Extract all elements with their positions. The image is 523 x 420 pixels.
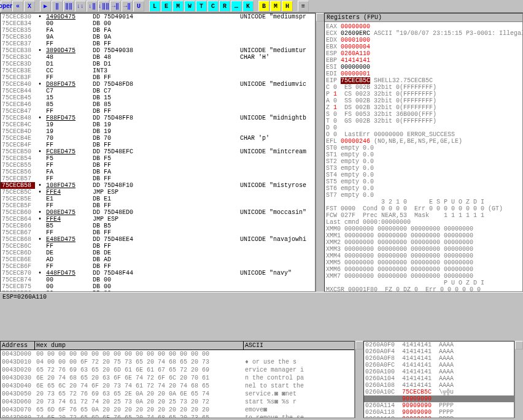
register-line: XMM4 00000000 00000000 00000000 00000000	[326, 253, 521, 259]
toolbar-button-19[interactable]: C	[207, 1, 219, 12]
cpu-row[interactable]: 75CECB74 00DB 00	[1, 277, 315, 283]
cpu-row[interactable]: 75CECB55 FFDB FF	[1, 162, 315, 169]
register-line: ST5 empty 0.0	[326, 178, 521, 185]
toolbar-button-5[interactable]: ‖	[52, 1, 63, 12]
toolbar-button-16[interactable]: M	[172, 1, 184, 12]
dump-row[interactable]: 0043D05020 73 65 72 76 69 63 65 2E 0A 20…	[1, 390, 354, 398]
cpu-row[interactable]: 75CECB3E CCINT3	[1, 67, 315, 74]
dump-row[interactable]: 0043D06020 73 74 61 72 74 20 25 73 0A 20…	[1, 398, 354, 406]
memory-dump-panel[interactable]: Address Hex dump ASCII 0043D00000 00 00 …	[0, 341, 355, 418]
cpu-row[interactable]: 75CECB6C FFDB FF	[1, 243, 315, 250]
stack-row[interactable]: 0260A0F0 41414141 AAAA	[364, 342, 514, 348]
cpu-row[interactable]: 75CECB4D 19DB 19	[1, 128, 315, 135]
registers-panel[interactable]: Registers (FPU) EAX 00000000ECX 02609ERC…	[324, 13, 523, 292]
cpu-row[interactable]: 75CECB5C• FFE4JMP ESP	[1, 189, 315, 196]
stack-row[interactable]: 0260A108 41414141 AAAA	[364, 382, 514, 389]
cpu-row[interactable]: 75CECB64• FFE4JMP ESP	[1, 216, 315, 223]
cpu-row[interactable]: 75CECB5F FFDB FF	[1, 202, 315, 209]
toolbar-button-20[interactable]: R	[219, 1, 230, 12]
dump-row[interactable]: 0043D0406E 65 6C 20 74 6F 20 73 74 61 72…	[1, 382, 354, 390]
toolbar-button-26[interactable]: H	[282, 1, 293, 12]
dump-row[interactable]: 0043D0306E 20 74 68 65 20 63 6F 6E 74 72…	[1, 374, 354, 382]
toolbar-button-24[interactable]: B	[258, 1, 269, 12]
cpu-row[interactable]: 75CECB4E 70DB 70CHAR 'p'	[1, 135, 315, 142]
stack-row[interactable]: 0260A0FC 41414141 AAAA	[364, 362, 514, 368]
toolbar-button-1[interactable]: «	[12, 1, 23, 12]
cpu-row[interactable]: 75CECB76 80DB 80	[1, 290, 315, 292]
cpu-row[interactable]: 75CECB54 F5DB F5	[1, 155, 315, 162]
cpu-row[interactable]: 75CECB3C 48DB 48CHAR 'H'	[1, 54, 315, 61]
cpu-row[interactable]: 75CECB75 00DB 00	[1, 283, 315, 290]
cpu-row[interactable]: 75CECB30• 1490D475DD 75D49014UNICODE "me…	[1, 13, 315, 20]
cpu-row[interactable]: 75CECB68• E48ED475DD 75D48EE4UNICODE "na…	[1, 236, 315, 243]
toolbar-button-22[interactable]: K	[242, 1, 254, 12]
stack-row[interactable]: 0260A114 90909090 РРРР	[364, 402, 514, 409]
cpu-row[interactable]: 75CECB46 85DB 85	[1, 101, 315, 108]
cpu-row[interactable]: 75CECB57 FFDB FF	[1, 175, 315, 182]
cpu-row[interactable]: 75CECB60• D08ED475DD 75D48ED0UNICODE "mo…	[1, 209, 315, 216]
toolbar-button-15[interactable]: E	[161, 1, 172, 12]
cpu-disassembly-panel[interactable]: 75CECB30• 1490D475DD 75D49014UNICODE "me…	[0, 13, 316, 292]
dump-row[interactable]: 0043D02065 72 76 69 63 65 20 6D 61 6E 61…	[1, 366, 354, 374]
toolbar-button-11[interactable]: →‖	[122, 1, 133, 12]
stack-row[interactable]: 0260A11C 90909090 РРРР	[364, 416, 514, 418]
toolbar-button-28[interactable]: ≡	[298, 1, 309, 12]
cpu-row[interactable]: 75CECB48• F88FD475DD 75D48FF8UNICODE "mi…	[1, 115, 315, 121]
toolbar-button-21[interactable]: …	[231, 1, 242, 12]
cpu-row[interactable]: 75CECB66 B5DB B5	[1, 223, 315, 229]
cpu-row[interactable]: 75CECB70• 448FD475DD 75D48F44UNICODE "na…	[1, 270, 315, 277]
toolbar-button-10[interactable]: →‖	[110, 1, 121, 12]
toolbar-button-4[interactable]: ▶	[40, 1, 51, 12]
toolbar-button-2[interactable]: X	[24, 1, 35, 12]
cpu-row[interactable]: 75CECB50• FC8ED475DD 75D48EFCUNICODE "mi…	[1, 148, 315, 155]
register-line: MXCSR 00001F80 FZ 0 DZ 0 Err 0 0 0 0 0 0	[326, 286, 521, 292]
stack-row[interactable]: 0260A0F8 41414141 AAAA	[364, 355, 514, 362]
cpu-row[interactable]: 75CECB6F FFDB FF	[1, 263, 315, 270]
toolbar-button-9[interactable]: ↓‖‖	[98, 1, 109, 12]
stack-row[interactable]: 0260A118 90909090 РРРР	[364, 409, 514, 416]
dump-scrollbar[interactable]	[355, 341, 363, 418]
cpu-row[interactable]: 75CECB58• 108FD475DD 75D48F10UNICODE "mi…	[1, 182, 315, 189]
cpu-row[interactable]: 75CECB47 FFDB FF	[1, 108, 315, 115]
stack-row[interactable]: 0260A104 41414141 AAAA	[364, 375, 514, 382]
cpu-row[interactable]: 75CECB6E ADDB AD	[1, 256, 315, 263]
cpu-row[interactable]: 75CECB36 9ADB 9A	[1, 34, 315, 40]
toolbar-button-12[interactable]: U	[133, 1, 144, 12]
cpu-row[interactable]: 75CECB3F FFDB FF	[1, 74, 315, 81]
cpu-row[interactable]: 75CECB4F FFDB FF	[1, 142, 315, 148]
stack-scrollbar[interactable]	[514, 341, 523, 418]
cpu-row[interactable]: 75CECB4C 19DB 19	[1, 121, 315, 128]
stack-row[interactable]: 0260A100 41414141 AAAA	[364, 368, 514, 375]
dump-header-address: Address	[1, 342, 35, 349]
toolbar-button-18[interactable]: T	[196, 1, 207, 12]
cpu-row[interactable]: 75CECB37 FFDB FF	[1, 40, 315, 47]
stack-row[interactable]: 0260A0F4 41414141 AAAA	[364, 348, 514, 355]
cpu-row[interactable]: 75CECB40• D88FD475DD 75D48FD8UNICODE "me…	[1, 81, 315, 88]
cpu-row[interactable]: 75CECB3D D1DB D1	[1, 61, 315, 67]
stack-row[interactable]: 0260A110 90909090 РРРР	[364, 395, 514, 402]
dump-row[interactable]: 0043D07065 6D 6F 76 65 0A 20 20 20 20 20…	[1, 406, 354, 414]
cpu-row[interactable]: 75CECB56 FADB FA	[1, 169, 315, 175]
cpu-row[interactable]: 75CECB5E E1DB E1	[1, 196, 315, 202]
toolbar-button-25[interactable]: M	[270, 1, 281, 12]
toolbar-button-7[interactable]: ↓↓	[75, 1, 86, 12]
toolbar-button-17[interactable]: W	[184, 1, 195, 12]
dump-row[interactable]: 0043D00000 00 00 00 00 00 00 00 00 00 00…	[1, 350, 354, 358]
stack-row[interactable]: 0260A10C 75CECB5C \╦╬u	[364, 389, 514, 395]
cpu-row[interactable]: 75CECB38• 3890D475DD 75D49038UNICODE "me…	[1, 47, 315, 54]
stack-panel[interactable]: 0260A0F0 41414141 AAAA0260A0F4 41414141 …	[363, 341, 514, 418]
dump-row[interactable]: 0043D08074 6F 20 72 65 6D 6F 76 65 20 74…	[1, 414, 354, 418]
dump-row[interactable]: 0043D01004 00 00 00 6F 72 20 75 73 65 20…	[1, 358, 354, 366]
toolbar-button-0[interactable]: open	[1, 1, 12, 12]
toolbar-button-14[interactable]: L	[149, 1, 160, 12]
cpu-row[interactable]: 75CECB35 FADB FA	[1, 27, 315, 34]
toolbar-button-8[interactable]: ↓‖	[87, 1, 98, 12]
cpu-row[interactable]: 75CECB45 15DB 15	[1, 94, 315, 101]
cpu-row[interactable]: 75CECB44 C7DB C7	[1, 88, 315, 94]
toolbar-button-6[interactable]: ‖‖	[63, 1, 74, 12]
cpu-row[interactable]: 75CECB34 00DB 00	[1, 20, 315, 27]
cpu-row[interactable]: 75CECB6D DEDB DE	[1, 250, 315, 256]
cpu-row[interactable]: 75CECB67 FFDB FF	[1, 229, 315, 236]
status-bar: ESP=0260A110	[0, 292, 523, 302]
cpu-scrollbar[interactable]	[316, 13, 324, 292]
